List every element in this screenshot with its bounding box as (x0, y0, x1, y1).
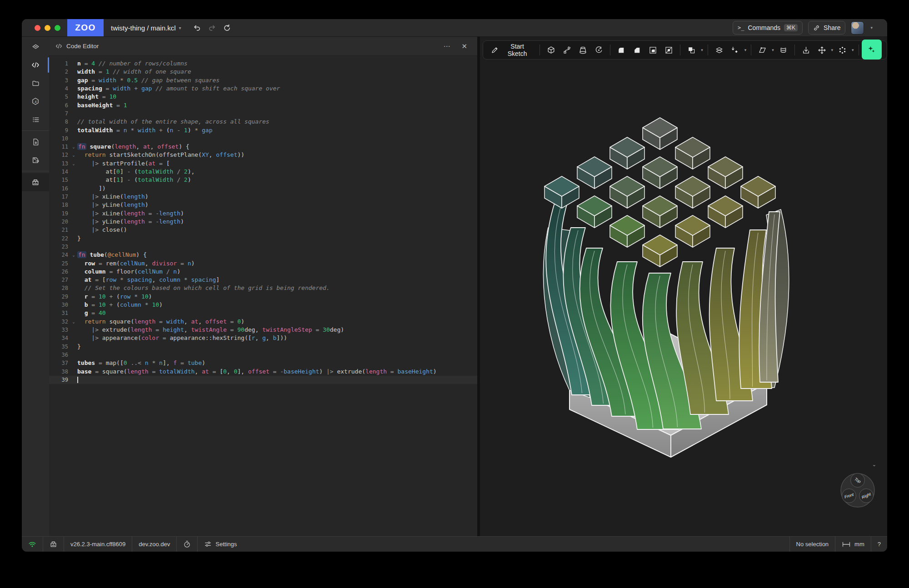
code-line-3[interactable]: 3gap = width * 0.5 // gap between square… (49, 76, 477, 85)
sidebar-item-feature-tree[interactable] (22, 38, 49, 56)
code-line-34[interactable]: 34 |> appearance(color = appearance::hex… (49, 334, 477, 342)
minimize-window-button[interactable] (45, 25, 50, 31)
domain-button[interactable]: dev.zoo.dev (132, 537, 177, 552)
code-line-15[interactable]: 15 at[1] - (totalWidth / 2) (49, 176, 477, 184)
settings-button[interactable]: Settings (198, 537, 243, 552)
code-line-8[interactable]: 8// total width of the entire shape, acr… (49, 118, 477, 126)
code-line-27[interactable]: 27 at = [row * spacing, column * spacing… (49, 276, 477, 284)
code-line-10[interactable]: 10 (49, 135, 477, 143)
code-line-1[interactable]: 1n = 4 // number of rows/columns (49, 60, 477, 68)
modeling-viewport[interactable]: Start Sketch (480, 37, 887, 536)
code-line-13[interactable]: 13⌄ |> startProfile(at = [ (49, 159, 477, 168)
code-line-36[interactable]: 36 (49, 351, 477, 359)
start-sketch-button[interactable]: Start Sketch (488, 40, 536, 60)
code-line-4[interactable]: 4spacing = width + gap // amount to shif… (49, 85, 477, 93)
sidebar-item-make[interactable] (22, 173, 49, 191)
code-line-23[interactable]: 23 (49, 243, 477, 251)
code-line-39[interactable]: 39 (49, 376, 477, 384)
pane-menu-button[interactable]: ⋯ (440, 41, 454, 51)
code-line-35[interactable]: 35} (49, 343, 477, 351)
sidebar-item-code-editor[interactable] (22, 56, 49, 74)
commands-button[interactable]: >_ Commands ⌘K (733, 21, 803, 35)
plane-chevron-icon[interactable]: ▾ (771, 48, 775, 52)
code-line-31[interactable]: 31 g = 40 (49, 309, 477, 317)
code-line-7[interactable]: 7 (49, 110, 477, 118)
insert-button[interactable] (799, 44, 814, 57)
code-line-19[interactable]: 19 |> xLine(length = -length) (49, 209, 477, 218)
code-line-22[interactable]: 22} (49, 234, 477, 243)
code-line-29[interactable]: 29 r = 10 + (row * 10) (49, 293, 477, 301)
network-status-button[interactable] (22, 537, 43, 552)
reload-button[interactable] (221, 22, 233, 34)
redo-button[interactable] (206, 22, 218, 34)
code-line-21[interactable]: 21 |> close() (49, 226, 477, 234)
units-button[interactable]: mm (835, 537, 871, 552)
shell-button[interactable] (645, 44, 660, 57)
sidebar-item-variables[interactable]: x (22, 92, 49, 110)
sidebar-item-project-files[interactable] (22, 74, 49, 92)
feature-tree-icon (32, 43, 40, 51)
pattern-chevron-icon[interactable]: ▾ (851, 48, 855, 52)
pencil-icon (491, 46, 499, 55)
text-to-cad-button[interactable] (862, 40, 882, 60)
version-button[interactable]: v26.2.3-main.cff8609 (64, 537, 132, 552)
code-line-30[interactable]: 30 b = 10 + (column * 10) (49, 301, 477, 309)
hole-button[interactable] (661, 44, 676, 57)
user-menu-chevron-icon[interactable]: ▾ (869, 25, 874, 30)
fillet-button[interactable] (614, 44, 629, 57)
point-move-chevron-icon[interactable]: ▾ (744, 48, 748, 52)
pattern-button[interactable] (835, 44, 850, 57)
help-button[interactable]: ? (871, 537, 887, 552)
code-line-24[interactable]: 24⌄fn tube(@cellNum) { (49, 251, 477, 259)
code-line-33[interactable]: 33 |> extrude(length = height, twistAngl… (49, 326, 477, 334)
timer-button[interactable] (177, 537, 198, 552)
code-line-25[interactable]: 25 row = rem(cellNum, divisor = n) (49, 259, 477, 268)
zoo-logo[interactable]: ZOO (67, 19, 104, 36)
sidebar-item-download[interactable] (22, 133, 49, 151)
code-line-14[interactable]: 14 at[0] - (totalWidth / 2), (49, 168, 477, 176)
helix-button[interactable] (776, 44, 791, 57)
machine-status-button[interactable] (43, 537, 64, 552)
boolean-chevron-icon[interactable]: ▾ (700, 48, 704, 52)
code-line-28[interactable]: 28 // Set the colours based on which cel… (49, 284, 477, 292)
share-button[interactable]: Share (808, 21, 845, 35)
point-move-button[interactable] (728, 44, 743, 57)
gizmo-menu-chevron-icon[interactable]: ⌄ (869, 461, 879, 468)
code-line-37[interactable]: 37tubes = map([0 ..< n * n], f = tube) (49, 359, 477, 367)
code-line-2[interactable]: 2width = 1 // width of one square (49, 68, 477, 76)
split-button[interactable] (712, 44, 727, 57)
code-line-11[interactable]: 11⌄fn square(length, at, offset) { (49, 143, 477, 151)
code-line-20[interactable]: 20 |> yLine(length = -length) (49, 218, 477, 226)
loft-button[interactable] (575, 44, 590, 57)
sweep-button[interactable] (559, 44, 574, 57)
loft-icon (579, 46, 587, 55)
revolve-button[interactable] (591, 44, 606, 57)
code-line-38[interactable]: 38base = square(length = totalWidth, at … (49, 368, 477, 376)
view-gizmo[interactable]: Top Front Right (838, 471, 877, 510)
code-line-18[interactable]: 18 |> yLine(length) (49, 201, 477, 209)
zoom-window-button[interactable] (55, 25, 60, 31)
undo-button[interactable] (191, 22, 203, 34)
3d-model[interactable] (480, 37, 887, 536)
user-avatar[interactable] (851, 21, 864, 35)
chamfer-button[interactable] (629, 44, 644, 57)
code-line-26[interactable]: 26 column = floor(cellNum / n) (49, 268, 477, 276)
code-line-6[interactable]: 6baseHeight = 1 (49, 101, 477, 110)
move-chevron-icon[interactable]: ▾ (830, 48, 834, 52)
code-line-16[interactable]: 16 ]) (49, 184, 477, 193)
code-line-5[interactable]: 5height = 10 (49, 93, 477, 101)
boolean-button[interactable] (684, 44, 699, 57)
move-button[interactable] (814, 44, 829, 57)
code-line-12[interactable]: 12⌄ return startSketchOn(offsetPlane(XY,… (49, 151, 477, 159)
close-window-button[interactable] (35, 25, 40, 31)
plane-button[interactable] (755, 44, 770, 57)
pane-close-button[interactable]: ✕ (458, 41, 471, 51)
code-editor-content[interactable]: 1n = 4 // number of rows/columns2width =… (49, 56, 477, 536)
code-line-32[interactable]: 32⌄ return square(length = width, at, of… (49, 318, 477, 326)
extrude-button[interactable] (544, 44, 559, 57)
code-line-9[interactable]: 9totalWidth = n * width + (n - 1) * gap (49, 126, 477, 135)
project-file-menu[interactable]: twisty-thing / main.kcl ▾ (111, 24, 181, 32)
sidebar-item-export[interactable] (22, 151, 49, 169)
code-line-17[interactable]: 17 |> xLine(length) (49, 193, 477, 201)
sidebar-item-logs[interactable] (22, 110, 49, 129)
